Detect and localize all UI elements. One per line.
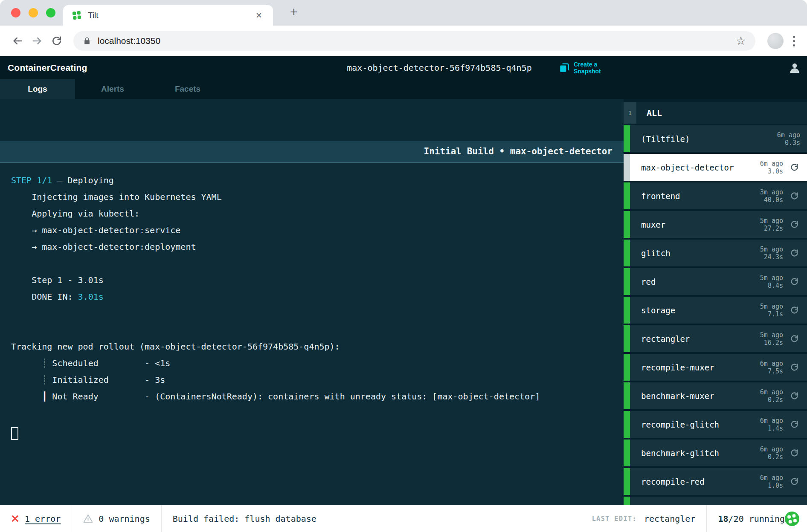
back-icon[interactable] [8,31,27,51]
build-status-indicator [624,439,630,466]
warning-count[interactable]: 0 warnings [72,505,161,532]
resource-timing: 5m ago27.2s [760,217,783,232]
resource-item[interactable]: frontend3m ago40.0s [624,182,807,209]
resource-item[interactable]: 6m ago [624,497,807,505]
resource-timing: 6m ago1.4s [760,417,783,432]
refresh-icon[interactable] [790,306,800,315]
refresh-icon[interactable] [790,191,800,200]
build-status-indicator [624,240,630,266]
sidebar-item-all[interactable]: 1 ALL [624,102,807,124]
log-line: STEP 1/1 — Deploying [11,172,613,189]
resource-timing: 5m ago24.3s [760,246,783,261]
traffic-lights [11,8,55,17]
create-snapshot-button[interactable]: Create a Snapshot [559,61,601,75]
log-line: ┃ Not Ready - (ContainersNotReady): cont… [11,388,613,405]
tilt-favicon-icon [72,10,82,20]
resource-name: benchmark-muxer [641,391,760,401]
resource-item[interactable]: recompile-red6m ago1.0s [624,468,807,495]
browser-profile-avatar[interactable] [767,33,784,49]
last-edit: LAST EDIT: rectangler [581,505,707,532]
log-line: ┊ Scheduled - <1s [11,355,613,372]
status-bar: 1 error 0 warnings Build failed: flush d… [0,505,807,532]
resource-item[interactable]: benchmark-glitch6m ago0.2s [624,439,807,466]
close-window-button[interactable] [11,8,20,17]
resource-timing: 6m ago0.2s [760,445,783,461]
resource-item[interactable]: max-object-detector6m ago3.0s [624,154,807,181]
url-bar[interactable]: localhost:10350 ☆ [73,31,755,51]
log-line [11,322,613,338]
tab-title: Tilt [88,11,253,20]
build-header: Initial Build • max-object-detector [0,141,624,163]
refresh-icon[interactable] [790,448,800,457]
build-status-indicator [624,411,630,438]
refresh-icon[interactable] [790,477,800,486]
resource-name: red [641,277,760,286]
build-status-indicator [624,154,630,181]
browser-menu-icon[interactable] [789,32,799,50]
build-status-indicator [624,497,630,505]
log-line: Applying via kubectl: [11,205,613,222]
bookmark-star-icon[interactable]: ☆ [736,34,746,48]
resource-name: glitch [641,249,760,258]
resource-list: (Tiltfile)6m ago0.3smax-object-detector6… [624,125,807,505]
resource-timing: 5m ago7.1s [760,303,783,318]
log-content: STEP 1/1 — Deploying Injecting images in… [0,163,624,505]
refresh-icon[interactable] [790,334,800,343]
resource-item[interactable]: storage5m ago7.1s [624,297,807,324]
resource-name: (Tiltfile) [641,134,777,144]
build-status-indicator [624,325,630,352]
tilt-app: ContainerCreating max-object-detector-56… [0,56,807,532]
tab-facets[interactable]: Facets [150,79,225,99]
tab-logs[interactable]: Logs [0,79,75,99]
refresh-icon[interactable] [790,391,800,400]
resource-item[interactable]: glitch5m ago24.3s [624,240,807,266]
resource-timing: 6m ago0.2s [760,388,783,404]
log-line: Tracking new pod rollout (max-object-det… [11,338,613,355]
account-icon[interactable] [788,61,801,74]
resource-name: max-object-detector [641,163,760,172]
pod-id: max-object-detector-56f974b585-q4n5p [347,63,531,73]
resource-item[interactable]: recompile-glitch6m ago1.4s [624,411,807,438]
build-status-indicator [624,468,630,495]
snapshot-icon [559,62,570,73]
refresh-icon[interactable] [790,420,800,429]
resource-timing: 6m ago3.0s [760,160,783,175]
resource-name: recompile-muxer [641,363,760,372]
resource-item[interactable]: (Tiltfile)6m ago0.3s [624,125,807,152]
log-line: Injecting images into Kubernetes YAML [11,189,613,205]
warning-icon [83,514,93,523]
resource-item[interactable]: red5m ago8.4s [624,268,807,295]
log-line: → max-object-detector:service [11,222,613,239]
error-count[interactable]: 1 error [0,505,72,532]
refresh-icon[interactable] [790,277,800,286]
refresh-icon[interactable] [790,363,800,372]
refresh-icon[interactable] [790,163,800,172]
build-status-indicator [624,297,630,324]
tab-close-icon[interactable]: × [253,9,264,21]
resource-timing: 5m ago16.2s [760,331,783,347]
resource-item[interactable]: recompile-muxer6m ago7.5s [624,354,807,381]
minimize-window-button[interactable] [29,8,38,17]
resource-timing: 6m ago1.0s [760,474,783,489]
build-status-message: Build failed: flush database [162,505,581,532]
build-status-indicator [624,125,630,152]
refresh-icon[interactable] [790,249,800,257]
resource-timing: 6m ago0.3s [777,131,800,147]
forward-icon[interactable] [27,31,47,51]
browser-tab-strip: Tilt × + [0,0,807,26]
resource-item[interactable]: rectangler5m ago16.2s [624,325,807,352]
url-text[interactable]: localhost:10350 [98,36,160,46]
reload-icon[interactable] [47,31,67,51]
error-icon [11,515,19,523]
tilt-logo-icon[interactable] [785,505,807,532]
refresh-icon[interactable] [790,220,800,229]
zoom-window-button[interactable] [46,8,55,17]
app-header: ContainerCreating max-object-detector-56… [0,56,807,79]
running-count: 18/20 running [707,505,785,532]
tab-alerts[interactable]: Alerts [75,79,150,99]
new-tab-button[interactable]: + [290,0,298,26]
log-line [11,255,613,272]
resource-item[interactable]: benchmark-muxer6m ago0.2s [624,382,807,409]
browser-tab[interactable]: Tilt × [63,5,273,26]
resource-item[interactable]: muxer5m ago27.2s [624,211,807,238]
